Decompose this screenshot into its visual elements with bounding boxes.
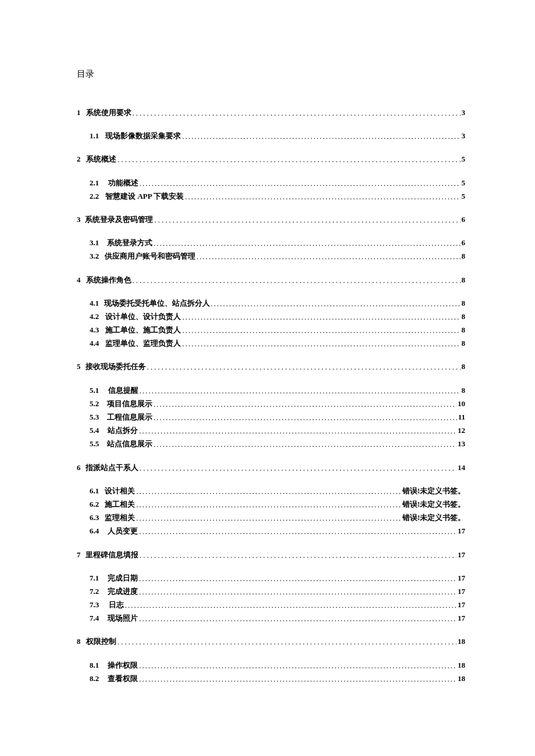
toc-entry-level2[interactable]: 4.1 现场委托受托单位、站点拆分人 8	[90, 298, 465, 309]
toc-entry-level1[interactable]: 4 系统操作角色 8	[77, 275, 465, 285]
toc-label: 站点信息展示	[107, 439, 152, 449]
toc-number: 3	[77, 214, 85, 225]
toc-page: 8	[462, 251, 466, 261]
table-of-contents: 1 系统使用要求 3 1.1 现场影像数据采集要求 3 2 系统概述 5 2.1	[77, 108, 465, 684]
toc-entry-level1[interactable]: 6 指派站点干系人 14	[77, 463, 465, 473]
toc-number: 5.5	[90, 439, 107, 449]
toc-label: 系统操作角色	[86, 275, 131, 285]
toc-number: 6.1	[90, 486, 105, 496]
toc-entry-level2[interactable]: 5.5 站点信息展示 13	[90, 439, 465, 449]
toc-leader	[154, 439, 456, 449]
toc-page: 错误!未定义书签。	[402, 499, 465, 510]
toc-entry-level2[interactable]: 4.2 设计单位、设计负责人 8	[90, 311, 465, 322]
toc-entry-level2[interactable]: 7.3 日志 17	[90, 600, 465, 610]
toc-label: 监理单位、监理负责人	[105, 338, 181, 349]
toc-page: 11	[458, 412, 465, 422]
toc-page: 8	[462, 361, 466, 372]
toc-entry-level2[interactable]: 6.2 施工相关 错误!未定义书签。	[90, 499, 465, 510]
toc-leader	[147, 361, 461, 372]
toc-number: 3.1	[90, 238, 107, 248]
toc-entry-level2[interactable]: 3.1 系统登录方式 6	[90, 238, 465, 248]
toc-page: 3	[462, 108, 466, 118]
toc-page: 12	[458, 425, 465, 436]
toc-entry-level1[interactable]: 1 系统使用要求 3	[77, 108, 465, 118]
toc-entry-level1[interactable]: 8 权限控制 18	[77, 636, 465, 647]
toc-leader	[125, 600, 456, 610]
toc-page: 8	[462, 298, 466, 309]
toc-entry-level2[interactable]: 6.4 人员变更 17	[90, 526, 465, 536]
toc-entry-level2[interactable]: 4.4 监理单位、监理负责人 8	[90, 338, 465, 349]
toc-entry-level2[interactable]: 6.3 监理相关 错误!未定义书签。	[90, 513, 465, 523]
toc-page: 10	[458, 399, 465, 409]
toc-number: 1.1	[90, 131, 105, 141]
toc-section: 4 系统操作角色 8 4.1 现场委托受托单位、站点拆分人 8 4.2 设计单位…	[77, 275, 465, 349]
toc-number: 7.3	[90, 600, 109, 610]
toc-entry-level2[interactable]: 2.2 智慧建设 APP 下载安装 5	[90, 191, 465, 202]
toc-entry-level2[interactable]: 5.4 站点拆分 12	[90, 425, 465, 436]
toc-label: 权限控制	[86, 636, 116, 647]
toc-page: 17	[458, 526, 465, 536]
toc-section: 6 指派站点干系人 14 6.1 设计相关 错误!未定义书签。 6.2 施工相关…	[77, 463, 465, 537]
toc-label: 完成日期	[108, 573, 138, 583]
toc-number: 2	[77, 154, 86, 164]
toc-entry-level2[interactable]: 7.4 现场照片 17	[90, 613, 465, 624]
toc-leader	[136, 513, 401, 523]
toc-leader	[140, 550, 456, 560]
toc-leader	[117, 154, 460, 164]
toc-page: 8	[462, 385, 466, 396]
toc-entry-level2[interactable]: 7.2 完成进度 17	[90, 586, 465, 597]
toc-entry-level2[interactable]: 5.2 项目信息展示 10	[90, 399, 465, 409]
toc-number: 2.1	[90, 178, 108, 188]
toc-number: 7.2	[90, 586, 108, 597]
toc-entry-level2[interactable]: 1.1 现场影像数据采集要求 3	[90, 131, 465, 141]
toc-number: 6.2	[90, 499, 105, 510]
toc-entry-level2[interactable]: 5.3 工程信息展示 11	[90, 412, 465, 422]
toc-entry-level1[interactable]: 3 系统登录及密码管理 6	[77, 214, 465, 225]
toc-number: 8	[77, 636, 86, 647]
toc-entry-level2[interactable]: 6.1 设计相关 错误!未定义书签。	[90, 486, 465, 496]
toc-leader	[197, 251, 461, 261]
toc-leader	[211, 298, 461, 309]
toc-entry-level2[interactable]: 8.1 操作权限 18	[90, 660, 465, 671]
toc-label: 智慧建设 APP 下载安装	[105, 191, 184, 202]
toc-entry-level1[interactable]: 7 里程碑信息填报 17	[77, 550, 465, 560]
toc-label: 系统使用要求	[86, 108, 131, 118]
toc-entry-level2[interactable]: 7.1 完成日期 17	[90, 573, 465, 583]
toc-page: 17	[458, 613, 465, 624]
toc-label: 系统登录方式	[107, 238, 152, 248]
toc-page: 错误!未定义书签。	[402, 486, 465, 496]
toc-number: 5.2	[90, 399, 107, 409]
toc-page: 17	[458, 600, 465, 610]
toc-entry-level2[interactable]: 3.2 供应商用户账号和密码管理 8	[90, 251, 465, 261]
toc-number: 6	[77, 463, 85, 473]
toc-entry-level2[interactable]: 5.1 信息提醒 8	[90, 385, 465, 396]
toc-number: 4.1	[90, 298, 104, 309]
toc-label: 系统概述	[86, 154, 116, 164]
toc-label: 站点拆分	[108, 425, 138, 436]
toc-page: 14	[458, 463, 465, 473]
toc-label: 日志	[109, 600, 124, 610]
toc-entry-level2[interactable]: 8.2 查看权限 18	[90, 673, 465, 684]
toc-section: 5 接收现场委托任务 8 5.1 信息提醒 8 5.2 项目信息展示 10 5.…	[77, 361, 465, 449]
toc-number: 6.3	[90, 513, 105, 523]
toc-page: 17	[458, 586, 465, 597]
toc-label: 里程碑信息填报	[85, 550, 138, 560]
toc-page: 13	[458, 439, 465, 449]
toc-page: 错误!未定义书签。	[402, 513, 465, 523]
toc-label: 信息提醒	[108, 385, 138, 396]
toc-leader	[154, 238, 460, 248]
toc-label: 项目信息展示	[107, 399, 152, 409]
toc-leader	[182, 311, 460, 322]
toc-page: 6	[462, 214, 466, 225]
toc-entry-level1[interactable]: 2 系统概述 5	[77, 154, 465, 164]
toc-number: 5.3	[90, 412, 107, 422]
toc-label: 系统登录及密码管理	[85, 214, 153, 225]
toc-entry-level2[interactable]: 2.1 功能概述 5	[90, 178, 465, 188]
toc-page: 5	[462, 191, 466, 202]
toc-leader	[139, 673, 456, 684]
toc-entry-level2[interactable]: 4.3 施工单位、施工负责人 8	[90, 325, 465, 335]
toc-entry-level1[interactable]: 5 接收现场委托任务 8	[77, 361, 465, 372]
toc-page: 5	[462, 178, 466, 188]
toc-leader	[182, 325, 460, 335]
toc-leader	[182, 131, 460, 141]
